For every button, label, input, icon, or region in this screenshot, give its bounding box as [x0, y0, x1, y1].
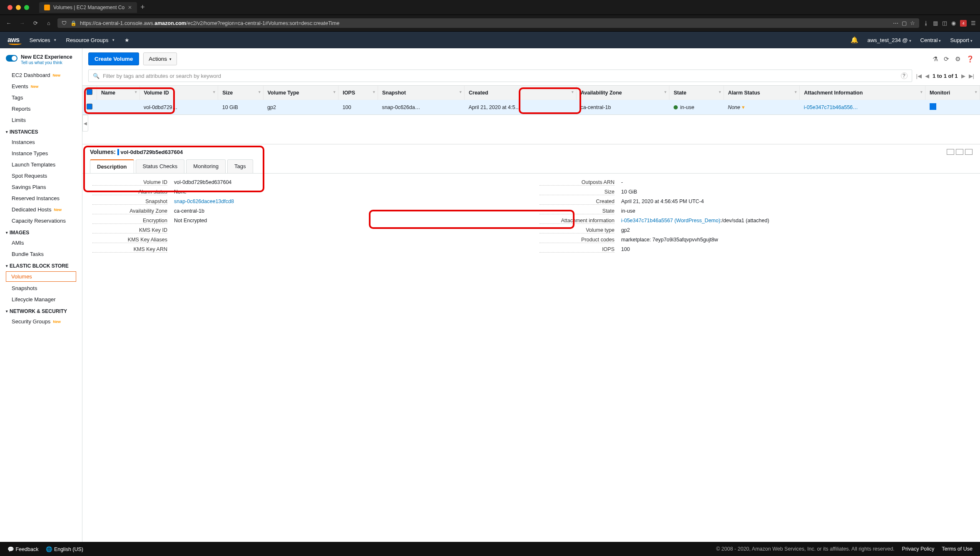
- column-header[interactable]: Attachment Information▾: [800, 86, 925, 100]
- sidebar-item[interactable]: Savings Plans: [0, 181, 82, 193]
- copyright-text: © 2008 - 2020, Amazon Web Services, Inc.…: [716, 546, 894, 552]
- reader-icon[interactable]: ▢: [902, 20, 907, 26]
- column-header[interactable]: Created▾: [465, 86, 577, 100]
- browser-tab[interactable]: Volumes | EC2 Management Co ✕: [39, 2, 137, 13]
- create-volume-button[interactable]: Create Volume: [88, 52, 139, 65]
- sidebar-icon[interactable]: ◫: [942, 20, 947, 26]
- sidebar-item[interactable]: Lifecycle Manager: [0, 294, 82, 305]
- detail-tab[interactable]: Status Checks: [136, 159, 185, 173]
- layout-icon[interactable]: [965, 149, 973, 155]
- detail-label: Volumes:: [90, 149, 116, 155]
- bookmark-icon[interactable]: ☆: [910, 20, 915, 26]
- sidebar-item[interactable]: Snapshots: [0, 283, 82, 294]
- sidebar-item[interactable]: Reports: [0, 103, 82, 114]
- detail-value: 100: [621, 246, 970, 252]
- column-header[interactable]: Availability Zone▾: [576, 86, 669, 100]
- feedback-link[interactable]: Tell us what you think: [21, 60, 72, 65]
- layout-icon[interactable]: [947, 149, 954, 155]
- forward-button[interactable]: →: [17, 20, 27, 26]
- sidebar-item[interactable]: Limits: [0, 114, 82, 126]
- settings-icon[interactable]: ⚙: [955, 55, 960, 63]
- detail-key: Size: [540, 189, 614, 195]
- region-menu[interactable]: Central: [920, 37, 941, 43]
- account-menu[interactable]: aws_test_234 @: [868, 37, 911, 43]
- home-button[interactable]: ⌂: [44, 20, 53, 26]
- detail-tab[interactable]: Monitoring: [186, 159, 226, 173]
- aws-top-nav: aws Services Resource Groups ★ 🔔 aws_tes…: [0, 32, 980, 48]
- feedback-link[interactable]: 💬 Feedback: [7, 546, 38, 552]
- sidebar-item[interactable]: Tags: [0, 92, 82, 103]
- sidebar-item[interactable]: Capacity Reservations: [0, 215, 82, 226]
- sidebar-item[interactable]: Bundle Tasks: [0, 248, 82, 260]
- detail-key: Snapshot: [92, 199, 167, 205]
- page-prev[interactable]: ◀: [925, 73, 929, 79]
- column-header[interactable]: Snapshot▾: [378, 86, 464, 100]
- filter-input[interactable]: 🔍 Filter by tags and attributes or searc…: [88, 70, 912, 82]
- page-first[interactable]: |◀: [916, 73, 922, 79]
- sidebar-section-header[interactable]: Instances: [0, 126, 82, 137]
- library-icon[interactable]: ▥: [933, 20, 938, 26]
- column-header[interactable]: Alarm Status▾: [724, 86, 800, 100]
- sidebar-item[interactable]: Dedicated Hosts New: [0, 204, 82, 215]
- sidebar-section-header[interactable]: Network & Security: [0, 305, 82, 316]
- sidebar-section-header[interactable]: Elastic Block Store: [0, 260, 82, 271]
- back-button[interactable]: ←: [4, 20, 13, 26]
- column-header[interactable]: Size▾: [218, 86, 263, 100]
- select-all-checkbox[interactable]: [87, 89, 92, 95]
- account-icon[interactable]: ◉: [951, 20, 956, 26]
- resource-groups-menu[interactable]: Resource Groups: [66, 37, 114, 43]
- column-header[interactable]: IOPS▾: [338, 86, 378, 100]
- actions-menu[interactable]: Actions▾: [143, 52, 177, 65]
- monitoring-icon[interactable]: [930, 103, 936, 110]
- sidebar-collapse-handle[interactable]: ◀: [82, 115, 88, 132]
- filter-help-icon[interactable]: ?: [901, 72, 908, 79]
- window-controls[interactable]: [2, 5, 34, 10]
- extension-badge-icon[interactable]: 4: [960, 20, 967, 27]
- column-header[interactable]: Name▾: [97, 86, 140, 100]
- privacy-link[interactable]: Privacy Policy: [902, 546, 935, 552]
- aws-logo[interactable]: aws: [7, 36, 20, 44]
- services-menu[interactable]: Services: [30, 37, 56, 43]
- detail-key: Encryption: [92, 218, 167, 224]
- row-checkbox[interactable]: [87, 104, 92, 109]
- column-header[interactable]: Volume ID▾: [139, 86, 218, 100]
- menu-icon[interactable]: ☰: [971, 20, 976, 26]
- column-header[interactable]: Monitori▾: [925, 86, 980, 100]
- reload-button[interactable]: ⟳: [31, 20, 40, 26]
- sidebar-item[interactable]: AMIs: [0, 237, 82, 248]
- address-bar[interactable]: 🛡 🔒 https://ca-central-1.console.aws.ama…: [57, 18, 919, 28]
- close-icon[interactable]: ✕: [128, 5, 132, 10]
- detail-key: Alarm status: [92, 189, 167, 195]
- detail-tab[interactable]: Tags: [227, 159, 253, 173]
- pin-icon[interactable]: ★: [124, 37, 129, 43]
- detail-tab[interactable]: Description: [90, 159, 134, 173]
- support-menu[interactable]: Support: [950, 37, 973, 43]
- sidebar-item[interactable]: Instance Types: [0, 148, 82, 159]
- sidebar-item[interactable]: Events New: [0, 81, 82, 92]
- sidebar-item[interactable]: Security Groups New: [0, 316, 82, 327]
- notifications-icon[interactable]: 🔔: [851, 36, 858, 44]
- column-header[interactable]: Volume Type▾: [263, 86, 338, 100]
- sidebar-item[interactable]: Instances: [0, 137, 82, 148]
- sidebar-item[interactable]: Launch Templates: [0, 159, 82, 170]
- sidebar-item[interactable]: EC2 Dashboard New: [0, 70, 82, 81]
- new-tab-button[interactable]: +: [140, 3, 145, 12]
- sidebar-item[interactable]: Spot Requests: [0, 170, 82, 181]
- sidebar-item[interactable]: Volumes: [6, 271, 76, 282]
- flask-icon[interactable]: ⚗: [933, 55, 938, 63]
- column-header[interactable]: [82, 86, 97, 100]
- refresh-icon[interactable]: ⟳: [944, 55, 949, 63]
- page-next[interactable]: ▶: [961, 73, 965, 79]
- detail-key: KMS Key ARN: [92, 246, 167, 253]
- help-icon[interactable]: ❓: [966, 55, 974, 63]
- downloads-icon[interactable]: ⭳: [923, 20, 929, 26]
- page-last[interactable]: ▶|: [969, 73, 974, 79]
- sidebar-item[interactable]: Reserved Instances: [0, 193, 82, 204]
- new-experience-toggle[interactable]: [6, 55, 17, 62]
- terms-link[interactable]: Terms of Use: [942, 546, 973, 552]
- table-row[interactable]: vol-0dbd729…10 GiBgp2100snap-0c626da…Apr…: [82, 100, 980, 115]
- sidebar-section-header[interactable]: Images: [0, 226, 82, 237]
- language-selector[interactable]: 🌐 English (US): [46, 546, 83, 552]
- layout-icon[interactable]: [956, 149, 963, 155]
- column-header[interactable]: State▾: [669, 86, 724, 100]
